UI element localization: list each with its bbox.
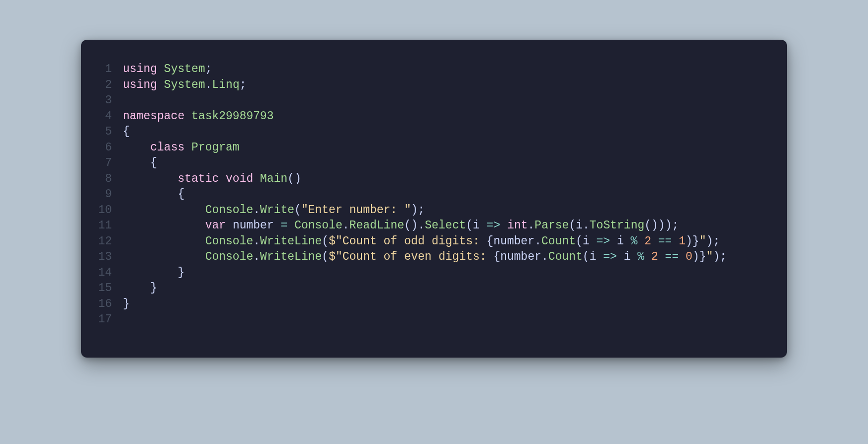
code-line: 1 using System; [87,62,773,77]
code-content: { [123,155,157,171]
line-number: 2 [87,77,123,93]
line-number: 9 [87,187,123,203]
code-content: Console.WriteLine($"Count of even digits… [123,249,727,265]
code-line: 14 } [87,265,773,281]
line-number: 3 [87,93,123,109]
code-content: Console.WriteLine($"Count of odd digits:… [123,234,720,250]
line-number: 16 [87,296,123,312]
code-line: 4 namespace task29989793 [87,109,773,125]
code-line: 8 static void Main() [87,171,773,187]
code-line: 15 } [87,281,773,296]
code-line: 7 { [87,155,773,171]
line-number: 4 [87,109,123,125]
code-content: Console.Write("Enter number: "); [123,203,425,219]
line-number: 12 [87,234,123,250]
line-number: 1 [87,62,123,77]
code-content: using System.Linq; [123,77,247,93]
code-line: 13 Console.WriteLine($"Count of even dig… [87,249,773,265]
code-content: } [123,281,157,296]
line-number: 15 [87,281,123,296]
code-line: 17 [87,312,773,328]
code-content: namespace task29989793 [123,109,274,125]
code-line: 5 { [87,124,773,140]
code-content: class Program [123,140,240,156]
line-number: 11 [87,218,123,234]
code-content: using System; [123,62,212,77]
line-number: 14 [87,265,123,281]
code-line: 2 using System.Linq; [87,77,773,93]
code-content: { [123,124,130,140]
line-number: 10 [87,203,123,219]
line-number: 13 [87,249,123,265]
code-content: } [123,265,184,281]
code-content: var number = Console.ReadLine().Select(i… [123,218,679,234]
code-content [123,93,130,109]
code-content: static void Main() [123,171,301,187]
code-line: 6 class Program [87,140,773,156]
code-line: 3 [87,93,773,109]
code-content: { [123,187,184,203]
code-line: 11 var number = Console.ReadLine().Selec… [87,218,773,234]
code-card: 1 using System; 2 using System.Linq; 3 4… [81,40,787,358]
code-content: } [123,296,130,312]
code-line: 9 { [87,187,773,203]
code-line: 16 } [87,296,773,312]
code-line: 10 Console.Write("Enter number: "); [87,203,773,219]
line-number: 5 [87,124,123,140]
line-number: 17 [87,312,123,328]
code-content [123,312,130,328]
line-number: 6 [87,140,123,156]
code-line: 12 Console.WriteLine($"Count of odd digi… [87,234,773,250]
line-number: 8 [87,171,123,187]
line-number: 7 [87,155,123,171]
